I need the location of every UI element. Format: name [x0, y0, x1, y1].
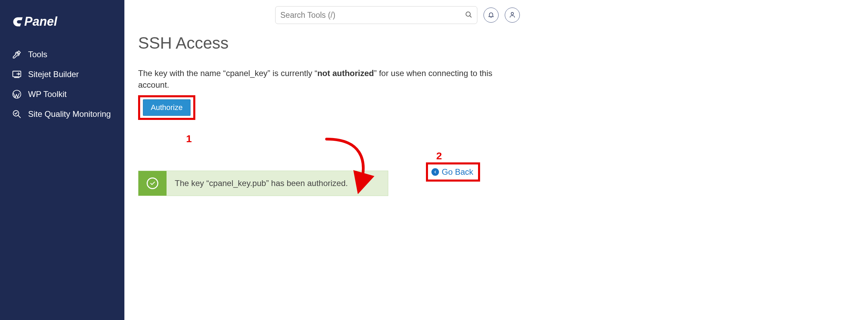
sidebar-item-label: Tools [28, 49, 113, 60]
cpanel-logo-svg: Panel [10, 14, 75, 29]
go-back-container: Go Back [426, 162, 480, 182]
svg-point-5 [511, 12, 514, 15]
search-box[interactable] [275, 6, 477, 24]
main-area: SSH Access The key with the name “cpanel… [124, 0, 868, 320]
search-icon [465, 11, 472, 20]
go-back-link[interactable]: Go Back [442, 167, 473, 177]
annotation-highlight-1: Authorize [138, 95, 195, 120]
sidebar: Panel Tools Sitejet Builder WP Toolkit S… [0, 0, 124, 320]
brand-logo: Panel [0, 10, 124, 45]
success-icon-column [138, 171, 167, 196]
tools-icon [12, 49, 22, 60]
status-mid: ” is currently “ [268, 69, 317, 78]
magnifier-icon [12, 109, 22, 119]
key-status-text: The key with the name “cpanel_key” is cu… [138, 67, 515, 90]
account-button[interactable] [505, 8, 520, 23]
authorize-button[interactable]: Authorize [143, 99, 191, 116]
arrow-left-circle-icon [431, 168, 439, 176]
sidebar-item-label: Site Quality Monitoring [28, 109, 113, 119]
annotation-step-2: 2 [436, 150, 442, 162]
page-content: SSH Access The key with the name “cpanel… [124, 30, 868, 210]
success-message: The key “cpanel_key.pub” has been author… [167, 171, 356, 196]
annotation-step-1: 1 [186, 133, 192, 145]
sidebar-item-sitejet[interactable]: Sitejet Builder [0, 64, 124, 84]
search-input[interactable] [280, 11, 465, 20]
sidebar-item-label: Sitejet Builder [28, 69, 113, 79]
status-bold: not authorized [317, 69, 374, 78]
sitejet-icon [12, 69, 22, 79]
sidebar-item-wptoolkit[interactable]: WP Toolkit [0, 84, 124, 104]
sidebar-item-label: WP Toolkit [28, 89, 113, 99]
user-icon [509, 11, 516, 19]
notifications-button[interactable] [484, 8, 499, 23]
success-alert: The key “cpanel_key.pub” has been author… [138, 171, 388, 196]
check-circle-icon [147, 177, 158, 189]
svg-text:Panel: Panel [24, 14, 58, 28]
status-prefix: The key with the name “ [138, 69, 226, 78]
wordpress-icon [12, 89, 22, 99]
sidebar-item-sitequality[interactable]: Site Quality Monitoring [0, 104, 124, 124]
page-title: SSH Access [138, 34, 854, 52]
annotation-highlight-2: Go Back [426, 162, 480, 182]
key-name: cpanel_key [226, 69, 267, 78]
bell-icon [488, 11, 494, 19]
sidebar-item-tools[interactable]: Tools [0, 45, 124, 64]
topbar [124, 0, 868, 30]
